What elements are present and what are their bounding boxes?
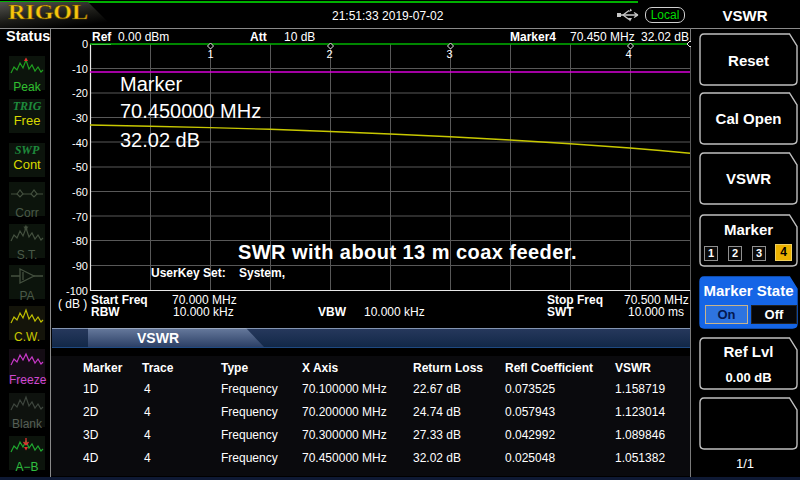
svg-text:RIGOL: RIGOL bbox=[8, 0, 88, 24]
